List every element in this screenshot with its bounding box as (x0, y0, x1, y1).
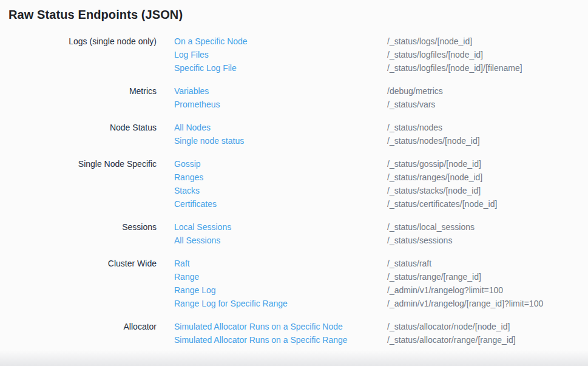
endpoint-rows: All Nodes /_status/nodes Single node sta… (174, 121, 580, 147)
endpoint-path: /_status/allocator/range/[range_id] (387, 333, 580, 347)
endpoint-rows: Simulated Allocator Runs on a Specific N… (174, 320, 580, 347)
endpoint-row: Raft /_status/raft (174, 257, 580, 270)
raw-status-endpoints-page: Raw Status Endpoints (JSON) Logs (single… (0, 0, 588, 347)
category-label: Cluster Wide (8, 257, 157, 310)
endpoint-row: All Sessions /_status/sessions (174, 234, 580, 247)
endpoint-rows: Local Sessions /_status/local_sessions A… (174, 220, 580, 247)
endpoint-row: All Nodes /_status/nodes (174, 121, 580, 134)
endpoint-link[interactable]: Range Log for Specific Range (174, 297, 387, 310)
endpoint-row: Prometheus /_status/vars (174, 98, 580, 111)
category-label: Logs (single node only) (8, 35, 157, 75)
endpoint-row: Specific Log File /_status/logfiles/[nod… (174, 61, 580, 75)
endpoint-section: Cluster Wide Raft /_status/raft Range /_… (8, 257, 580, 310)
endpoint-path: /debug/metrics (387, 84, 580, 98)
category-label: Sessions (8, 220, 157, 247)
endpoint-link[interactable]: Range Log (174, 283, 387, 297)
category-label: Allocator (8, 320, 157, 347)
endpoint-section: Metrics Variables /debug/metrics Prometh… (8, 84, 580, 111)
endpoint-link[interactable]: Raft (174, 257, 387, 270)
endpoint-link[interactable]: Variables (174, 84, 387, 98)
endpoint-row: Range /_status/range/[range_id] (174, 270, 580, 283)
endpoint-rows: On a Specific Node /_status/logs/[node_i… (174, 35, 580, 75)
endpoint-link[interactable]: Local Sessions (174, 220, 387, 234)
endpoint-path: /_status/logfiles/[node_id] (387, 48, 580, 61)
endpoint-link[interactable]: Single node status (174, 134, 387, 147)
endpoint-link[interactable]: All Nodes (174, 121, 387, 134)
endpoint-link[interactable]: All Sessions (174, 234, 387, 247)
endpoint-path: /_status/vars (387, 98, 580, 111)
endpoint-link[interactable]: Stacks (174, 184, 387, 197)
endpoint-path: /_status/raft (387, 257, 580, 270)
endpoint-row: Gossip /_status/gossip/[node_id] (174, 157, 580, 171)
endpoint-path: /_status/nodes (387, 121, 580, 134)
endpoint-path: /_status/allocator/node/[node_id] (387, 320, 580, 333)
bottom-fade-gradient (0, 350, 588, 366)
endpoint-row: Certificates /_status/certificates/[node… (174, 197, 580, 211)
endpoint-link[interactable]: Simulated Allocator Runs on a Specific R… (174, 333, 387, 347)
category-label: Single Node Specific (8, 157, 157, 211)
endpoint-row: Single node status /_status/nodes/[node_… (174, 134, 580, 147)
endpoint-row: Range Log for Specific Range /_admin/v1/… (174, 297, 580, 310)
endpoint-rows: Variables /debug/metrics Prometheus /_st… (174, 84, 580, 111)
endpoint-path: /_status/ranges/[node_id] (387, 171, 580, 184)
endpoint-row: Ranges /_status/ranges/[node_id] (174, 171, 580, 184)
endpoint-link[interactable]: Gossip (174, 157, 387, 171)
endpoint-link[interactable]: Prometheus (174, 98, 387, 111)
endpoint-section: Node Status All Nodes /_status/nodes Sin… (8, 121, 580, 147)
endpoint-row: Range Log /_admin/v1/rangelog?limit=100 (174, 283, 580, 297)
endpoint-rows: Gossip /_status/gossip/[node_id] Ranges … (174, 157, 580, 211)
endpoint-path: /_status/certificates/[node_id] (387, 197, 580, 211)
page-title: Raw Status Endpoints (JSON) (8, 7, 580, 22)
endpoint-path: /_status/logs/[node_id] (387, 35, 580, 48)
endpoint-path: /_status/nodes/[node_id] (387, 134, 580, 147)
endpoint-path: /_status/gossip/[node_id] (387, 157, 580, 171)
endpoint-link[interactable]: Simulated Allocator Runs on a Specific N… (174, 320, 387, 333)
endpoint-section: Sessions Local Sessions /_status/local_s… (8, 220, 580, 247)
endpoint-path: /_admin/v1/rangelog/[range_id]?limit=100 (387, 297, 580, 310)
category-label: Node Status (8, 121, 157, 147)
endpoint-row: Variables /debug/metrics (174, 84, 580, 98)
endpoint-row: On a Specific Node /_status/logs/[node_i… (174, 35, 580, 48)
endpoint-path: /_status/sessions (387, 234, 580, 247)
endpoint-row: Log Files /_status/logfiles/[node_id] (174, 48, 580, 61)
endpoint-path: /_status/local_sessions (387, 220, 580, 234)
endpoint-row: Simulated Allocator Runs on a Specific N… (174, 320, 580, 333)
endpoint-section: Allocator Simulated Allocator Runs on a … (8, 320, 580, 347)
endpoint-sections: Logs (single node only) On a Specific No… (8, 35, 580, 347)
endpoint-path: /_status/range/[range_id] (387, 270, 580, 283)
endpoint-link[interactable]: On a Specific Node (174, 35, 387, 48)
endpoint-rows: Raft /_status/raft Range /_status/range/… (174, 257, 580, 310)
endpoint-row: Local Sessions /_status/local_sessions (174, 220, 580, 234)
endpoint-path: /_status/stacks/[node_id] (387, 184, 580, 197)
endpoint-row: Simulated Allocator Runs on a Specific R… (174, 333, 580, 347)
endpoint-link[interactable]: Log Files (174, 48, 387, 61)
endpoint-path: /_admin/v1/rangelog?limit=100 (387, 283, 580, 297)
endpoint-link[interactable]: Specific Log File (174, 61, 387, 75)
endpoint-path: /_status/logfiles/[node_id]/[filename] (387, 61, 580, 75)
endpoint-link[interactable]: Ranges (174, 171, 387, 184)
endpoint-link[interactable]: Range (174, 270, 387, 283)
endpoint-section: Logs (single node only) On a Specific No… (8, 35, 580, 75)
endpoint-section: Single Node Specific Gossip /_status/gos… (8, 157, 580, 211)
category-label: Metrics (8, 84, 157, 111)
endpoint-row: Stacks /_status/stacks/[node_id] (174, 184, 580, 197)
endpoint-link[interactable]: Certificates (174, 197, 387, 211)
